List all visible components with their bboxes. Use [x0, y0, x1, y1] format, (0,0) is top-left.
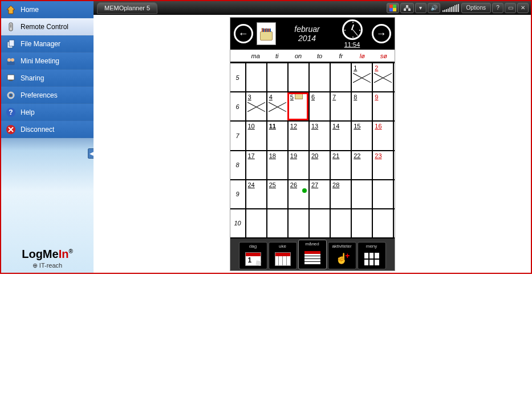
calendar-day-cell[interactable]: 18: [266, 151, 287, 179]
volume-icon[interactable]: 🔊: [428, 3, 440, 13]
dropdown-button[interactable]: ▾: [415, 3, 427, 13]
sidebar-item-sharing[interactable]: Sharing: [1, 70, 94, 87]
sidebar-item-help[interactable]: ? Help: [1, 104, 94, 121]
calendar-day-cell[interactable]: 3: [245, 92, 266, 120]
calendar-day-cell[interactable]: 13: [308, 122, 330, 150]
next-month-button[interactable]: →: [372, 24, 391, 43]
svg-rect-17: [406, 5, 408, 7]
week-number: 5: [230, 63, 245, 91]
calendar-day-cell[interactable]: 1: [351, 63, 372, 91]
prev-month-button[interactable]: ←: [234, 24, 253, 43]
calendar-day-cell: [287, 209, 308, 237]
tab-month[interactable]: måned: [298, 240, 327, 269]
calendar-day-cell[interactable]: 24: [245, 180, 266, 208]
tab-activities[interactable]: aktiviteter: [328, 242, 356, 269]
calendar-day-cell[interactable]: 27: [308, 180, 330, 208]
svg-point-2: [10, 26, 11, 27]
calendar-day-cell[interactable]: 4: [266, 92, 287, 120]
calendar-day-cell[interactable]: 10: [245, 122, 266, 150]
day-header: fr: [330, 52, 351, 59]
calendar-day-cell: [245, 209, 266, 237]
network-icon[interactable]: [400, 3, 414, 13]
clock-area: 11:54: [336, 19, 368, 48]
day-header: ti: [266, 52, 287, 59]
cake-icon: [295, 94, 303, 99]
help-icon: ?: [5, 106, 17, 119]
calendar-day-cell[interactable]: 26: [287, 180, 308, 208]
calendar-day-cell: [308, 63, 330, 91]
calendar-day-cell[interactable]: 14: [330, 122, 351, 150]
calendar-day-cell[interactable]: 15: [351, 122, 372, 150]
week-number: 7: [230, 122, 245, 150]
window-restore-button[interactable]: ▭: [505, 3, 516, 13]
svg-rect-16: [408, 9, 411, 11]
home-icon: [5, 3, 17, 16]
day-header-row: ma ti on to fr lø sø: [230, 50, 395, 62]
calendar-day-cell[interactable]: 17: [245, 151, 266, 179]
calendar-day-cell: [351, 180, 372, 208]
calendar-day-cell[interactable]: 11: [266, 122, 287, 150]
tab-menu[interactable]: meny: [358, 242, 386, 269]
sidebar-item-label: Home: [21, 6, 39, 14]
sidebar-item-remote-control[interactable]: Remote Control: [1, 18, 94, 35]
calendar-day-cell[interactable]: 8: [351, 92, 372, 120]
remote-icon: [5, 21, 17, 33]
sidebar-item-mini-meeting[interactable]: Mini Meeting: [1, 52, 94, 70]
close-button[interactable]: ✕: [517, 3, 529, 13]
time-label: 11:54: [336, 41, 368, 48]
event-dot-icon: [302, 188, 307, 193]
calendar-day-cell[interactable]: 7: [330, 92, 351, 120]
sidebar-item-file-manager[interactable]: File Manager: [1, 35, 94, 52]
svg-point-5: [7, 58, 11, 62]
calendar-day-cell[interactable]: 2: [372, 63, 394, 91]
day-header: sø: [373, 52, 394, 59]
disconnect-icon: [5, 123, 17, 136]
calendar-day-cell[interactable]: 5: [287, 92, 308, 120]
month-year-label: februar 2014: [278, 25, 336, 43]
day-icon: 1: [245, 249, 261, 269]
calendar-day-cell[interactable]: 21: [330, 151, 351, 179]
color-flag-button[interactable]: [387, 3, 399, 13]
sidebar-item-label: Disconnect: [21, 126, 54, 134]
calendar-day-cell[interactable]: 25: [266, 180, 287, 208]
sidebar-item-home[interactable]: Home: [1, 1, 94, 18]
calendar-day-cell[interactable]: 22: [351, 151, 372, 179]
calendar-day-cell: [372, 209, 394, 237]
calendar-day-cell[interactable]: 6: [308, 92, 330, 120]
calendar-day-cell[interactable]: 9: [372, 92, 394, 120]
calendar-day-cell[interactable]: 19: [287, 151, 308, 179]
planner-header: ← Peter februar 2014: [230, 18, 395, 50]
options-button[interactable]: Options: [461, 3, 491, 13]
svg-rect-7: [7, 62, 15, 65]
calendar-day-cell[interactable]: 20: [308, 151, 330, 179]
sharing-icon: [5, 72, 17, 84]
sidebar-item-preferences[interactable]: Preferences: [1, 87, 94, 104]
svg-rect-8: [7, 75, 14, 80]
birthday-tile[interactable]: Peter: [257, 22, 276, 45]
clock-icon: [342, 19, 363, 40]
calendar-day-cell: [330, 209, 351, 237]
day-header: lø: [352, 52, 373, 59]
view-tabs: dag 1 uke måned aktiviteter: [230, 239, 395, 270]
calendar-day-cell[interactable]: 28: [330, 180, 351, 208]
sidebar-item-disconnect[interactable]: Disconnect: [1, 121, 94, 138]
volume-bars[interactable]: [441, 4, 460, 12]
tab-day[interactable]: dag 1: [239, 242, 267, 269]
svg-rect-4: [9, 40, 14, 46]
week-number: 8: [230, 151, 245, 179]
help-button[interactable]: ?: [492, 3, 503, 13]
week-number: 6: [230, 92, 245, 120]
gear-icon: [5, 89, 17, 102]
day-header: to: [309, 52, 330, 59]
day-header: on: [287, 52, 308, 59]
app-title-tab[interactable]: MEMOplanner 5: [97, 2, 157, 14]
remote-screen-content: ← Peter februar 2014: [94, 15, 531, 273]
sidebar-item-label: Mini Meeting: [21, 57, 59, 65]
tab-week[interactable]: uke: [269, 242, 297, 269]
calendar-body: 5126345678971011121314151681718192021222…: [230, 62, 395, 239]
calendar-day-cell[interactable]: 23: [372, 151, 394, 179]
week-number: 9: [230, 180, 245, 208]
calendar-day-cell[interactable]: 12: [287, 122, 308, 150]
calendar-day-cell[interactable]: 16: [372, 122, 394, 150]
cake-icon: [260, 31, 273, 41]
